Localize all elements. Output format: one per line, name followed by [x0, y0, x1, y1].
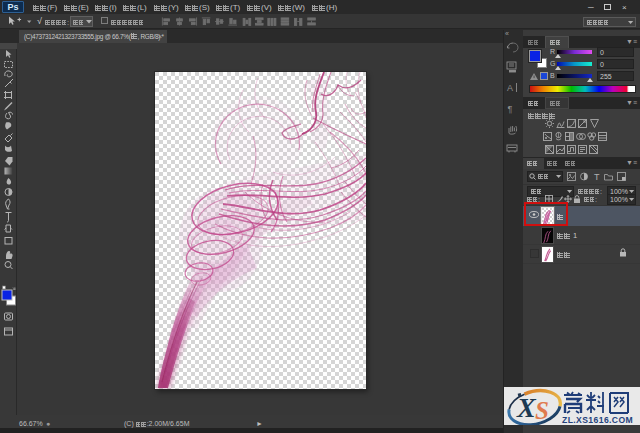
svg-text:X: X: [516, 392, 537, 423]
svg-text:ZL.XS1616.COM: ZL.XS1616.COM: [562, 415, 633, 425]
svg-text:A: A: [507, 83, 513, 93]
svg-text:T: T: [594, 172, 600, 181]
svg-text:S: S: [535, 397, 549, 424]
svg-text:¶: ¶: [508, 104, 513, 114]
